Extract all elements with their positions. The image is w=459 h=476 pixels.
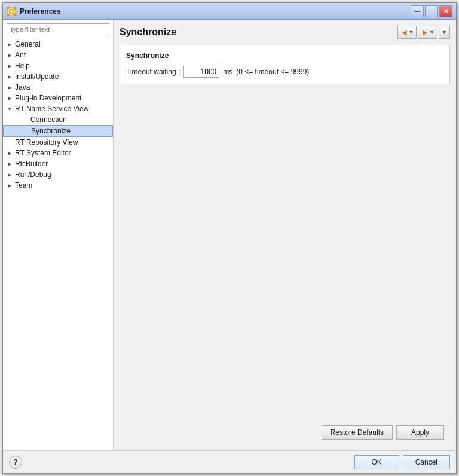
apply-button[interactable]: Apply [396, 425, 444, 440]
forward-dropdown-icon: ▼ [429, 29, 434, 35]
timeout-label: Timeout waiting : [126, 68, 180, 76]
window-title: Preferences [20, 7, 411, 16]
sidebar-item-plugin-development[interactable]: Plug-in Development [3, 93, 113, 103]
expand-arrow-install [5, 72, 14, 81]
expand-arrow-team [5, 181, 14, 190]
sidebar-item-label-rt-name: RT Name Service View [15, 105, 88, 113]
expand-arrow-sync [22, 127, 30, 135]
sidebar-item-install-update[interactable]: Install/Update [3, 71, 113, 82]
sidebar-item-general[interactable]: General [3, 39, 113, 50]
sidebar-item-run-debug[interactable]: Run/Debug [3, 169, 113, 180]
nav-forward-button[interactable]: ► ▼ [418, 26, 437, 39]
title-bar: Preferences — □ ✕ [3, 3, 456, 20]
nav-back-button[interactable]: ◄ ▼ [397, 26, 417, 39]
title-bar-buttons: — □ ✕ [411, 5, 452, 17]
back-dropdown-icon: ▼ [408, 29, 414, 35]
sidebar-item-ant[interactable]: Ant [3, 50, 113, 60]
expand-arrow-rt-repo [5, 138, 14, 147]
sidebar-item-team[interactable]: Team [3, 180, 113, 191]
sidebar-item-label-team: Team [15, 181, 32, 190]
sidebar-item-label-general: General [15, 40, 41, 48]
sidebar-item-label-rtc: RtcBuilder [15, 160, 48, 168]
synchronize-content-box: Synchronize Timeout waiting : ms (0 <= t… [120, 45, 450, 84]
timeout-unit: ms [223, 68, 232, 76]
nav-buttons: ◄ ▼ ► ▼ ▼ [397, 26, 450, 39]
sidebar-item-synchronize[interactable]: Synchronize [3, 125, 113, 137]
main-panel: Synchronize ◄ ▼ ► ▼ ▼ Synchronize [114, 20, 456, 450]
sidebar-item-label-run: Run/Debug [15, 170, 51, 179]
sidebar-item-rt-name-service-view[interactable]: RT Name Service View [3, 103, 113, 114]
expand-arrow-rt-sys [5, 149, 14, 157]
forward-arrow-icon: ► [421, 28, 429, 37]
footer-bar: ? OK Cancel [3, 450, 456, 473]
sidebar-item-label-java: Java [15, 83, 30, 91]
expand-arrow-ant [5, 51, 14, 59]
expand-arrow-java [5, 83, 14, 91]
expand-arrow-run [5, 170, 14, 179]
sidebar-item-label-rt-repo: RT Repository View [15, 138, 78, 147]
cancel-button[interactable]: Cancel [403, 455, 450, 469]
sidebar-item-help[interactable]: Help [3, 60, 113, 71]
expand-arrow-general [5, 40, 14, 48]
content-box-title: Synchronize [126, 51, 443, 60]
sidebar-item-label-connection: Connection [30, 115, 67, 124]
restore-defaults-button[interactable]: Restore Defaults [322, 425, 393, 440]
sidebar-item-label-rt-sys: RT System Editor [15, 149, 71, 157]
sidebar: General Ant Help Install/Update Java Plu… [3, 20, 114, 450]
svg-point-1 [10, 10, 13, 13]
expand-arrow-rtc [5, 160, 14, 168]
sidebar-item-label-sync: Synchronize [31, 127, 71, 135]
expand-arrow-plugin [5, 94, 14, 102]
sidebar-item-rt-system-editor[interactable]: RT System Editor [3, 148, 113, 158]
sidebar-item-connection[interactable]: Connection [3, 114, 113, 125]
page-title: Synchronize [120, 27, 176, 38]
sidebar-item-label-ant: Ant [15, 51, 26, 59]
footer-left: ? [9, 456, 22, 469]
sidebar-item-label-help: Help [15, 62, 30, 70]
back-arrow-icon: ◄ [400, 28, 409, 37]
minimize-button[interactable]: — [411, 5, 424, 17]
nav-menu-button[interactable]: ▼ [439, 26, 450, 39]
window-icon [7, 7, 16, 16]
sidebar-item-rtcbuilder[interactable]: RtcBuilder [3, 158, 113, 169]
expand-arrow-rt-name [5, 105, 14, 113]
content-area: General Ant Help Install/Update Java Plu… [3, 20, 456, 450]
main-header: Synchronize ◄ ▼ ► ▼ ▼ [120, 26, 450, 39]
sidebar-item-rt-repository-view[interactable]: RT Repository View [3, 137, 113, 148]
close-button[interactable]: ✕ [439, 5, 452, 17]
preferences-window: Preferences — □ ✕ General Ant Help [2, 2, 457, 474]
expand-arrow-help [5, 62, 14, 70]
maximize-button[interactable]: □ [425, 5, 438, 17]
timeout-input[interactable] [183, 66, 219, 78]
search-input[interactable] [7, 23, 109, 35]
menu-dropdown-icon: ▼ [442, 29, 447, 35]
help-button[interactable]: ? [9, 456, 22, 469]
ok-button[interactable]: OK [354, 455, 399, 469]
bottom-buttons: Restore Defaults Apply [120, 420, 450, 444]
timeout-form-row: Timeout waiting : ms (0 <= timeout <= 99… [126, 66, 443, 78]
sidebar-item-java[interactable]: Java [3, 82, 113, 93]
sidebar-item-label-plugin: Plug-in Development [15, 94, 81, 102]
timeout-hint: (0 <= timeout <= 9999) [236, 68, 309, 76]
sidebar-item-label-install: Install/Update [15, 72, 59, 81]
expand-arrow-connection [21, 115, 29, 124]
